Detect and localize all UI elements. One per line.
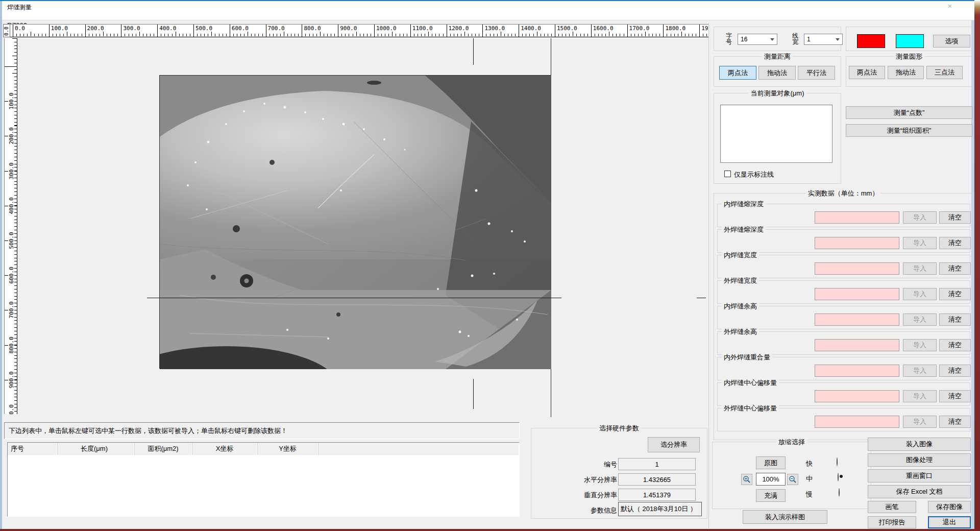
table-header-cell[interactable]: X坐标 <box>192 443 258 455</box>
import-button[interactable]: 导入 <box>903 288 937 300</box>
measure-area-button[interactable]: 测量“组织面积” <box>846 124 972 137</box>
measured-value-input[interactable] <box>815 288 899 300</box>
measured-value-input[interactable] <box>815 365 899 377</box>
import-button[interactable]: 导入 <box>903 365 937 377</box>
results-table[interactable]: 序号长度(μm)面积(μm2)X坐标Y坐标 <box>7 442 520 517</box>
show-annotation-checkbox[interactable] <box>724 171 731 177</box>
measure-distance-legend: 测量距离 <box>762 52 793 61</box>
table-header-cell[interactable]: Y坐标 <box>257 443 318 455</box>
measured-row: 外焊缝熔深度导入清空 <box>717 229 970 253</box>
clear-button[interactable]: 清空 <box>939 262 971 275</box>
measure-distance-group: 测量距离 两点法 拖动法 平行法 <box>714 56 841 87</box>
font-size-select[interactable]: 16 <box>738 34 777 45</box>
select-resolution-button[interactable]: 选分辨率 <box>648 437 700 452</box>
zoom-out-button[interactable] <box>787 474 798 485</box>
measured-value-input[interactable] <box>815 262 899 275</box>
current-object-listbox[interactable] <box>720 105 832 163</box>
clear-button[interactable]: 清空 <box>939 390 971 402</box>
speed-slow-radio[interactable] <box>839 488 840 497</box>
clear-button[interactable]: 清空 <box>939 339 971 351</box>
desktop-edge <box>974 0 980 531</box>
print-report-button[interactable]: 打印报告 <box>868 516 916 528</box>
h-ruler-label: 0.0 <box>13 25 25 37</box>
font-size-label: 字号 <box>725 33 732 45</box>
speed-slow-label: 慢 <box>806 490 813 499</box>
import-button[interactable]: 导入 <box>903 237 937 249</box>
measured-row: 内焊缝宽度导入清空 <box>717 255 970 278</box>
measured-row: 内外焊缝重合量导入清空 <box>717 357 970 380</box>
zoom-percent-input[interactable]: 100% <box>756 473 786 486</box>
load-image-button[interactable]: 装入图像 <box>868 438 971 451</box>
close-icon[interactable]: × <box>942 1 958 11</box>
measure-circle-legend: 测量圆形 <box>894 52 924 61</box>
v-ruler-label: 100.0 <box>8 90 14 112</box>
measured-value-input[interactable] <box>815 416 899 428</box>
import-button[interactable]: 导入 <box>903 390 937 402</box>
h-ruler-label: 1000.0 <box>374 25 397 37</box>
import-button[interactable]: 导入 <box>903 262 937 275</box>
measured-data-group: 实测数据（单位：mm） 内焊缝熔深度导入清空外焊缝熔深度导入清空内焊缝宽度导入清… <box>714 193 973 440</box>
horizontal-ruler: 0.0100.0200.0300.0400.0500.0600.0700.080… <box>10 24 708 37</box>
distance-drag-button[interactable]: 拖动法 <box>758 66 796 80</box>
load-demo-button[interactable]: 装入演示样图 <box>743 510 827 524</box>
line-width-select[interactable]: 1 <box>804 34 843 45</box>
measure-points-button[interactable]: 测量“点数” <box>846 106 972 119</box>
table-header-cell[interactable]: 序号 <box>8 443 58 455</box>
clear-button[interactable]: 清空 <box>939 416 971 428</box>
process-image-button[interactable]: 图像处理 <box>868 453 971 467</box>
hardware-legend: 选择硬件参数 <box>597 424 641 433</box>
measured-value-input[interactable] <box>815 390 899 402</box>
font-size-value: 16 <box>741 36 747 43</box>
clear-button[interactable]: 清空 <box>939 288 971 300</box>
measured-value-input[interactable] <box>815 211 899 224</box>
speed-fast-radio[interactable] <box>837 457 838 466</box>
distance-parallel-button[interactable]: 平行法 <box>798 66 835 80</box>
import-button[interactable]: 导入 <box>903 211 937 224</box>
import-button[interactable]: 导入 <box>903 416 937 428</box>
circle-three-point-button[interactable]: 三点法 <box>926 66 963 79</box>
current-object-group: 当前测量对象(μm) 仅显示标注线 <box>714 93 841 184</box>
import-button[interactable]: 导入 <box>903 339 937 351</box>
image-canvas[interactable] <box>159 75 551 369</box>
measured-value-input[interactable] <box>815 339 899 351</box>
field-label-hres: 水平分辨率 <box>556 475 617 485</box>
zoom-fill-button[interactable]: 充满 <box>756 489 786 502</box>
measured-row: 外焊缝中心偏移量导入清空 <box>717 408 970 431</box>
redraw-window-button[interactable]: 重画窗口 <box>868 469 971 482</box>
field-input-number[interactable]: 1 <box>618 458 696 470</box>
measured-row: 内焊缝余高导入清空 <box>717 306 970 329</box>
speed-medium-radio[interactable] <box>838 473 839 481</box>
save-excel-button[interactable]: 保存 Excel 文档 <box>868 485 971 498</box>
save-image-button[interactable]: 保存图像 <box>928 501 971 513</box>
style-controls-group: 字号 16 线宽 1 <box>714 27 841 51</box>
zoom-original-button[interactable]: 原图 <box>756 456 786 469</box>
h-ruler-label: 500.0 <box>193 25 212 37</box>
measured-value-input[interactable] <box>815 313 899 326</box>
clear-button[interactable]: 清空 <box>939 365 971 377</box>
color-swatch-red[interactable] <box>857 34 885 48</box>
field-input-hres[interactable]: 1.432665 <box>618 473 696 486</box>
field-input-paraminfo[interactable]: 默认（ 2018年3月10日 ） <box>618 502 702 516</box>
vertical-ruler: 100.0200.0300.0400.0500.0600.0700.0800.0… <box>4 38 17 414</box>
clear-button[interactable]: 清空 <box>939 237 971 249</box>
options-button[interactable]: 选项 <box>933 35 970 47</box>
table-header-cell[interactable]: 长度(μm) <box>54 443 135 455</box>
h-ruler-label: 1300.0 <box>482 25 505 37</box>
distance-two-point-button[interactable]: 两点法 <box>719 66 756 80</box>
measured-row: 内焊缝熔深度导入清空 <box>717 204 970 227</box>
clear-button[interactable]: 清空 <box>939 313 971 326</box>
field-input-vres[interactable]: 1.451379 <box>618 489 696 501</box>
circle-drag-button[interactable]: 拖动法 <box>888 66 924 79</box>
table-header-cell[interactable]: 面积(μm2) <box>134 443 192 455</box>
exit-button[interactable]: 退出 <box>928 516 971 528</box>
zoom-in-button[interactable] <box>741 474 752 485</box>
clear-button[interactable]: 清空 <box>939 211 971 224</box>
h-ruler-label: 1200.0 <box>447 25 469 37</box>
h-ruler-label: 1900.0 <box>699 25 708 37</box>
h-ruler-label: 700.0 <box>266 25 285 37</box>
import-button[interactable]: 导入 <box>903 313 937 326</box>
circle-two-point-button[interactable]: 两点法 <box>849 66 885 79</box>
measured-value-input[interactable] <box>815 237 899 249</box>
brush-button[interactable]: 画笔 <box>868 501 916 513</box>
color-swatch-cyan[interactable] <box>896 34 924 48</box>
